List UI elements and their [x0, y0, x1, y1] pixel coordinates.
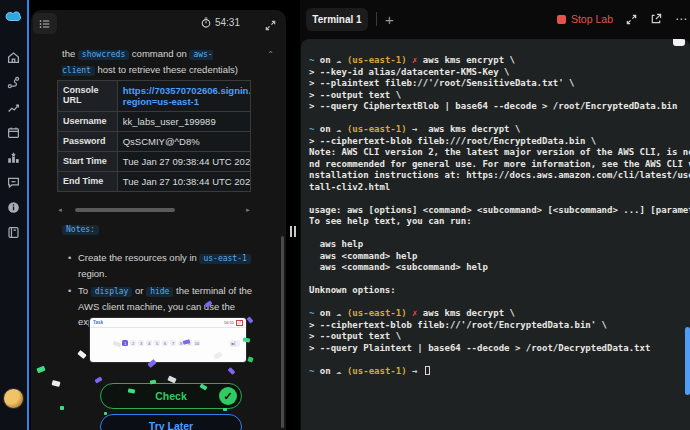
illustration-page-number: 7 [170, 340, 176, 346]
terminal-line [309, 113, 690, 125]
text-segment: To [78, 285, 91, 296]
calendar-icon[interactable] [0, 121, 27, 143]
table-row: Console URLhttps://703570702606.signin.a… [58, 81, 250, 112]
credential-value: Tue Jan 27 10:38:44 UTC 2026 [118, 172, 250, 191]
terminal-scrollbar-thumb[interactable] [685, 327, 690, 395]
inline-code-chip: showcreds [78, 50, 129, 60]
terminal-text: tall-cliv2.html [309, 182, 390, 192]
terminal-line: ~ on ☁ (us-east-1) ✗ aws kms encrypt \ [309, 55, 690, 67]
terminal-text: > --query Plaintext | base64 --decode > … [309, 343, 650, 353]
tab-separator [376, 12, 377, 26]
terminal-line [309, 228, 690, 240]
illustration-page-number: 8 [178, 340, 184, 346]
table-row: End TimeTue Jan 27 10:38:44 UTC 2026 [58, 172, 250, 191]
credentials-table: Console URLhttps://703570702606.signin.a… [57, 80, 251, 192]
terminal-text: aws <command> help [309, 251, 417, 261]
terminal-line: usage: aws [options] <command> <subcomma… [309, 205, 690, 217]
illustration-page-number: 9 [186, 340, 192, 346]
leaderboard-icon[interactable] [0, 146, 27, 168]
open-in-new-button[interactable] [650, 13, 662, 25]
user-avatar[interactable] [3, 388, 24, 409]
terminal-expand-button[interactable] [626, 14, 637, 25]
table-horizontal-scrollbar[interactable]: ◄ ► [57, 206, 251, 214]
terminal-viewport[interactable]: ~ on ☁ (us-east-1) ✗ aws kms encrypt \> … [301, 39, 690, 430]
splitter-grip [294, 226, 296, 237]
info-icon[interactable] [0, 196, 27, 218]
more-options-button[interactable]: ⋯ [675, 12, 688, 26]
terminal-text: nd recommended for general use. For more… [309, 159, 690, 169]
inline-code-chip: hide [146, 287, 173, 297]
new-terminal-button[interactable]: + [385, 11, 394, 28]
illustration-page-number: 10 [194, 340, 200, 346]
illustration-header: Task 56:55 ⤢ [90, 318, 246, 328]
terminal-text: on [314, 366, 336, 376]
scroll-left-arrow[interactable]: ◄ [57, 206, 63, 214]
terminal-line: > --ciphertext-blob fileb:///root/Encryp… [309, 136, 690, 148]
illustration-page-number: 5 [154, 340, 160, 346]
terminal-line: aws help [309, 239, 690, 251]
inline-code-chip: display [91, 287, 133, 297]
console-url-link[interactable]: https://703570702606.signin.aregion=us-e… [118, 81, 250, 111]
feedback-icon[interactable] [0, 171, 27, 193]
terminal-text: aws help [309, 239, 363, 249]
panel-expand-button[interactable] [265, 17, 276, 35]
text-segment: Create the resources only in [78, 252, 199, 263]
illustration-task-label: Task [93, 320, 103, 325]
expand-icon [626, 14, 637, 25]
cloud-logo-icon[interactable] [0, 5, 27, 27]
note-item: Create the resources only in us-east-1 r… [78, 250, 264, 281]
terminal-line: nd recommended for general use. For more… [309, 159, 690, 171]
task-list-tab[interactable] [33, 13, 57, 34]
terminal-tab[interactable]: Terminal 1 [306, 8, 368, 31]
text-segment: or [132, 285, 146, 296]
splitter-grip [290, 226, 292, 237]
terminal-line: ~ on ☁ (us-east-1) ✗ aws kms decrypt \ [309, 308, 690, 320]
check-button[interactable]: Check ✓ [100, 383, 242, 409]
course-book-icon[interactable] [0, 221, 27, 243]
terminal-text: usage: aws [options] <command> <subcomma… [309, 205, 690, 215]
terminal-scroll-top-thumb[interactable] [673, 39, 685, 46]
credential-value: Tue Jan 27 09:38:44 UTC 2026 [118, 152, 250, 171]
terminal-text: > --query CiphertextBlob | base64 --deco… [309, 101, 677, 111]
try-later-button[interactable]: Try Later [100, 414, 242, 430]
credential-label: Username [58, 112, 118, 131]
expand-icon [265, 20, 276, 31]
terminal-cursor [425, 366, 430, 375]
terminal-line: To see help text, you can run: [309, 216, 690, 228]
illustration-pagination: 12345678910 [122, 340, 200, 346]
scrollbar-thumb[interactable] [75, 208, 175, 212]
home-icon[interactable] [0, 46, 27, 68]
text-segment: region. [78, 268, 107, 279]
credential-value: QsSCMIY@^D8% [118, 132, 250, 151]
stop-lab-button[interactable]: Stop Lab [557, 13, 613, 25]
panel-vertical-scrollbar[interactable] [281, 236, 284, 428]
check-button-label: Check [155, 390, 187, 402]
terminal-text: Note: AWS CLI version 2, the latest majo… [309, 147, 690, 157]
illustration-page-number: 1 [122, 340, 128, 346]
illustration-page-number: 4 [146, 340, 152, 346]
terminal-tab-label: Terminal 1 [312, 14, 361, 25]
terminal-toolbar: Terminal 1 + Stop Lab ⋯ [300, 0, 690, 38]
illustration-page-number: 2 [130, 340, 136, 346]
terminal-text: on [314, 55, 336, 65]
terminal-line: ~ on ☁ (us-east-1) → [309, 366, 690, 378]
terminal-text: > --plaintext fileb://'/root/SensitiveDa… [309, 78, 575, 88]
terminal-text: ☁ [336, 55, 347, 65]
terminal-text: ☁ [336, 124, 347, 134]
route-icon[interactable] [0, 71, 27, 93]
terminal-text: > --output text \ [309, 90, 401, 100]
terminal-line [309, 354, 690, 366]
terminal-line: > --output text \ [309, 331, 690, 343]
scroll-up-indicator[interactable]: ⌃ [267, 50, 274, 59]
growth-chart-icon[interactable] [0, 96, 27, 118]
panel-splitter[interactable] [286, 0, 300, 430]
terminal-text: > --key-id alias/datacenter-KMS-Key \ [309, 67, 509, 77]
credential-label: Console URL [58, 81, 118, 111]
table-row: Usernamekk_labs_user_199989 [58, 112, 250, 132]
check-success-icon: ✓ [219, 387, 237, 405]
terminal-text: Unknown options: [309, 285, 396, 295]
scroll-right-arrow[interactable]: ► [245, 206, 251, 214]
terminal-line: > --ciphertext-blob fileb://'/root/Encry… [309, 320, 690, 332]
terminal-text: aws kms decrypt \ [417, 308, 515, 318]
table-row: Start TimeTue Jan 27 09:38:44 UTC 2026 [58, 152, 250, 172]
